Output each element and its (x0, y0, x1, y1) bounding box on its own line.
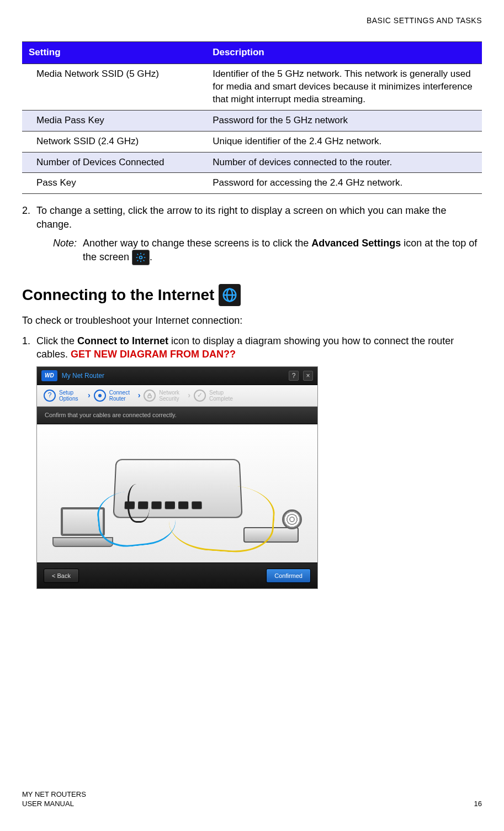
chevron-right-icon: › (88, 390, 91, 401)
section-title: Connecting to the Internet (22, 284, 482, 306)
wizard-steps: ? SetupOptions › ConnectRouter › Network… (37, 385, 317, 407)
footer-line1: MY NET ROUTERS (22, 790, 86, 800)
app-titlebar: WD My Net Router ? × (37, 367, 317, 385)
step-number: 2. (22, 204, 36, 231)
wd-logo: WD (41, 370, 57, 381)
app-footer: < Back Confirmed (37, 562, 317, 589)
table-row: Pass Key Password for accessing the 2.4 … (22, 173, 482, 194)
cell-desc: Number of devices connected to the route… (206, 152, 482, 173)
cell-desc: Identifier of the 5 GHz network. This ne… (206, 64, 482, 110)
page-number: 16 (474, 799, 482, 809)
table-row: Number of Devices Connected Number of de… (22, 152, 482, 173)
diagram-canvas (37, 424, 317, 562)
chevron-right-icon: › (188, 390, 190, 401)
col-description: Description (206, 41, 482, 64)
confirmed-button[interactable]: Confirmed (266, 569, 311, 583)
section-header: BASIC SETTINGS AND TASKS (22, 15, 482, 26)
step-body: To change a setting, click the arrow to … (36, 204, 482, 231)
globe-icon (219, 284, 241, 306)
wizard-step-network-security[interactable]: NetworkSecurity (144, 390, 184, 402)
cell-desc: Unique identifier of the 2.4 GHz network… (206, 131, 482, 152)
check-icon: ✓ (194, 390, 206, 402)
step-label: ConnectRouter (109, 390, 135, 402)
cell-setting: Pass Key (22, 173, 206, 194)
wifi-icon (94, 390, 106, 402)
note-body: Another way to change these screens is t… (83, 236, 482, 265)
app-title: My Net Router (62, 371, 104, 380)
router-illustration (113, 459, 242, 518)
step-red: GET NEW DIAGRAM FROM DAN?? (71, 349, 236, 360)
note: Note: Another way to change these screen… (53, 236, 482, 265)
step-bold: Connect to Internet (77, 335, 168, 346)
cell-setting: Media Network SSID (5 GHz) (22, 64, 206, 110)
help-button[interactable]: ? (289, 371, 299, 381)
intro-text: To check or troubleshoot your Internet c… (22, 314, 482, 327)
col-setting: Setting (22, 41, 206, 64)
instruction-bar: Confirm that your cables are connected c… (37, 407, 317, 424)
step-body: Click the Connect to Internet icon to di… (36, 334, 482, 361)
note-label: Note: (53, 236, 83, 265)
laptop-illustration (52, 507, 113, 551)
step-label: NetworkSecurity (159, 390, 184, 402)
router-app-screenshot: WD My Net Router ? × ? SetupOptions › Co… (36, 366, 318, 589)
settings-table: Setting Description Media Network SSID (… (22, 41, 482, 194)
step-number: 1. (22, 334, 36, 361)
gear-icon (132, 250, 150, 265)
lock-icon (144, 390, 156, 402)
cell-setting: Number of Devices Connected (22, 152, 206, 173)
chevron-right-icon: › (138, 390, 141, 401)
wizard-step-setup-options[interactable]: ? SetupOptions (44, 390, 84, 402)
cell-desc: Password for accessing the 2.4 GHz netwo… (206, 173, 482, 194)
close-button[interactable]: × (303, 371, 313, 381)
wizard-step-connect-router[interactable]: ConnectRouter (94, 390, 135, 402)
cell-setting: Media Pass Key (22, 110, 206, 131)
note-period: . (150, 251, 152, 262)
table-row: Network SSID (2.4 GHz) Unique identifier… (22, 131, 482, 152)
step-1: 1. Click the Connect to Internet icon to… (22, 334, 482, 361)
question-icon: ? (44, 390, 56, 402)
wizard-step-setup-complete[interactable]: ✓ SetupComplete (194, 390, 235, 402)
page-footer: MY NET ROUTERS USER MANUAL 16 (22, 790, 482, 809)
back-button[interactable]: < Back (44, 569, 79, 583)
step-label: SetupComplete (209, 390, 235, 402)
footer-line2: USER MANUAL (22, 800, 86, 809)
cell-setting: Network SSID (2.4 GHz) (22, 131, 206, 152)
note-bold: Advanced Settings (311, 238, 401, 249)
section-title-text: Connecting to the Internet (22, 285, 214, 306)
table-row: Media Network SSID (5 GHz) Identifier of… (22, 64, 482, 110)
modem-illustration (243, 513, 304, 546)
step-text: Click the (36, 335, 77, 346)
step-2: 2. To change a setting, click the arrow … (22, 204, 482, 231)
cell-desc: Password for the 5 GHz network (206, 110, 482, 131)
note-text: Another way to change these screens is t… (83, 238, 311, 249)
table-row: Media Pass Key Password for the 5 GHz ne… (22, 110, 482, 131)
step-label: SetupOptions (59, 390, 84, 402)
svg-point-0 (140, 256, 142, 259)
svg-rect-4 (148, 395, 151, 398)
